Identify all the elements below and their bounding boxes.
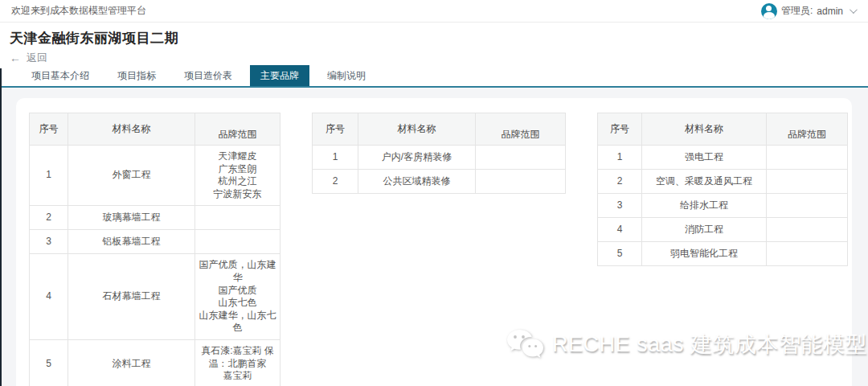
row-index-cell: 5 bbox=[598, 242, 642, 266]
page-header: 天津金融街东丽湖项目二期 ← 返回 bbox=[0, 23, 868, 65]
brand-range-cell: 天津耀皮 广东坚朗 杭州之江 宁波新安东 bbox=[195, 146, 280, 206]
table-row: 5弱电智能化工程 bbox=[598, 242, 848, 266]
table-row: 2公共区域精装修 bbox=[313, 170, 566, 194]
table-row: 2玻璃幕墙工程 bbox=[30, 206, 280, 230]
row-index-cell: 4 bbox=[30, 254, 68, 340]
column-header: 品牌范围 bbox=[195, 113, 280, 146]
row-index-cell: 1 bbox=[313, 146, 358, 170]
brand-range-cell: 真石漆:嘉宝莉 保 温：北鹏首家 嘉宝莉 bbox=[195, 339, 280, 386]
brand-table-decoration: 序号材料名称品牌范围1户内/客房精装修2公共区域精装修 bbox=[312, 113, 566, 194]
row-index-cell: 3 bbox=[598, 194, 642, 218]
material-name-cell: 强电工程 bbox=[642, 146, 767, 170]
brand-table-facade: 序号材料名称品牌范围1外窗工程天津耀皮 广东坚朗 杭州之江 宁波新安东2玻璃幕墙… bbox=[29, 113, 280, 386]
tab-project-intro[interactable]: 项目基本介绍 bbox=[21, 65, 100, 86]
chevron-down-icon bbox=[850, 6, 858, 14]
material-name-cell: 公共区域精装修 bbox=[358, 170, 476, 194]
collapsed-sidebar-strip bbox=[0, 68, 2, 386]
back-label: 返回 bbox=[27, 51, 47, 65]
brand-range-cell bbox=[767, 218, 848, 242]
column-header: 序号 bbox=[313, 113, 358, 146]
row-index-cell: 5 bbox=[30, 339, 68, 386]
row-index-cell: 1 bbox=[598, 146, 642, 170]
row-index-cell: 2 bbox=[30, 206, 68, 230]
brand-range-cell bbox=[195, 206, 280, 230]
brand-table-mep: 序号材料名称品牌范围1强电工程2空调、采暖及通风工程3给排水工程4消防工程5弱电… bbox=[597, 113, 848, 266]
brand-range-cell bbox=[476, 170, 566, 194]
column-header: 品牌范围 bbox=[476, 113, 566, 146]
material-name-cell: 消防工程 bbox=[642, 218, 767, 242]
user-role-label: 管理员: bbox=[781, 4, 813, 18]
back-button[interactable]: ← 返回 bbox=[10, 51, 47, 65]
row-index-cell: 3 bbox=[30, 230, 68, 254]
username: admin bbox=[817, 6, 843, 17]
welcome-text: 欢迎来到成本数据模型管理平台 bbox=[11, 4, 146, 18]
brand-range-cell bbox=[767, 242, 848, 266]
arrow-left-icon: ← bbox=[10, 52, 21, 64]
material-name-cell: 石材幕墙工程 bbox=[68, 254, 195, 340]
column-header: 材料名称 bbox=[68, 113, 195, 146]
table-row: 4石材幕墙工程国产优质，山东建华 国产优质 山东七色 山东建华，山东七色 bbox=[30, 254, 280, 340]
brand-range-cell: 国产优质，山东建华 国产优质 山东七色 山东建华，山东七色 bbox=[195, 254, 280, 340]
tab-compilation-notes[interactable]: 编制说明 bbox=[317, 65, 376, 86]
tab-project-cost-table[interactable]: 项目造价表 bbox=[174, 65, 243, 86]
brand-range-cell bbox=[195, 230, 280, 254]
table-header-row: 序号材料名称品牌范围 bbox=[30, 113, 280, 146]
material-name-cell: 户内/客房精装修 bbox=[358, 146, 476, 170]
row-index-cell: 2 bbox=[598, 170, 642, 194]
material-name-cell: 涂料工程 bbox=[68, 339, 195, 386]
material-name-cell: 弱电智能化工程 bbox=[642, 242, 767, 266]
content-card: 序号材料名称品牌范围1外窗工程天津耀皮 广东坚朗 杭州之江 宁波新安东2玻璃幕墙… bbox=[16, 98, 852, 386]
top-bar: 欢迎来到成本数据模型管理平台 管理员: admin bbox=[0, 0, 868, 23]
column-header: 序号 bbox=[598, 113, 642, 146]
tables-row: 序号材料名称品牌范围1外窗工程天津耀皮 广东坚朗 杭州之江 宁波新安东2玻璃幕墙… bbox=[16, 98, 852, 386]
table-row: 1强电工程 bbox=[598, 146, 848, 170]
tab-bar: 项目基本介绍 项目指标 项目造价表 主要品牌 编制说明 bbox=[0, 65, 868, 88]
tab-project-metrics[interactable]: 项目指标 bbox=[107, 65, 166, 86]
table-row: 1户内/客房精装修 bbox=[313, 146, 566, 170]
column-header: 品牌范围 bbox=[767, 113, 848, 146]
table-header-row: 序号材料名称品牌范围 bbox=[313, 113, 566, 146]
table-row: 3铝板幕墙工程 bbox=[30, 230, 280, 254]
material-name-cell: 铝板幕墙工程 bbox=[68, 230, 195, 254]
row-index-cell: 4 bbox=[598, 218, 642, 242]
material-name-cell: 给排水工程 bbox=[642, 194, 767, 218]
table-header-row: 序号材料名称品牌范围 bbox=[598, 113, 848, 146]
table-row: 1外窗工程天津耀皮 广东坚朗 杭州之江 宁波新安东 bbox=[30, 146, 280, 206]
table-row: 5涂料工程真石漆:嘉宝莉 保 温：北鹏首家 嘉宝莉 bbox=[30, 339, 280, 386]
page-title: 天津金融街东丽湖项目二期 bbox=[10, 29, 857, 47]
material-name-cell: 外窗工程 bbox=[68, 146, 195, 206]
brand-range-cell bbox=[476, 146, 566, 170]
brand-range-cell bbox=[767, 170, 848, 194]
user-avatar-icon bbox=[761, 3, 777, 19]
row-index-cell: 1 bbox=[30, 146, 68, 206]
material-name-cell: 空调、采暖及通风工程 bbox=[642, 170, 767, 194]
column-header: 材料名称 bbox=[642, 113, 767, 146]
user-menu[interactable]: 管理员: admin bbox=[761, 3, 855, 19]
tab-main-brands[interactable]: 主要品牌 bbox=[250, 65, 309, 86]
column-header: 材料名称 bbox=[358, 113, 476, 146]
brand-range-cell bbox=[767, 194, 848, 218]
table-row: 3给排水工程 bbox=[598, 194, 848, 218]
material-name-cell: 玻璃幕墙工程 bbox=[68, 206, 195, 230]
table-row: 2空调、采暖及通风工程 bbox=[598, 170, 848, 194]
table-row: 4消防工程 bbox=[598, 218, 848, 242]
brand-range-cell bbox=[767, 146, 848, 170]
row-index-cell: 2 bbox=[313, 170, 358, 194]
column-header: 序号 bbox=[30, 113, 68, 146]
